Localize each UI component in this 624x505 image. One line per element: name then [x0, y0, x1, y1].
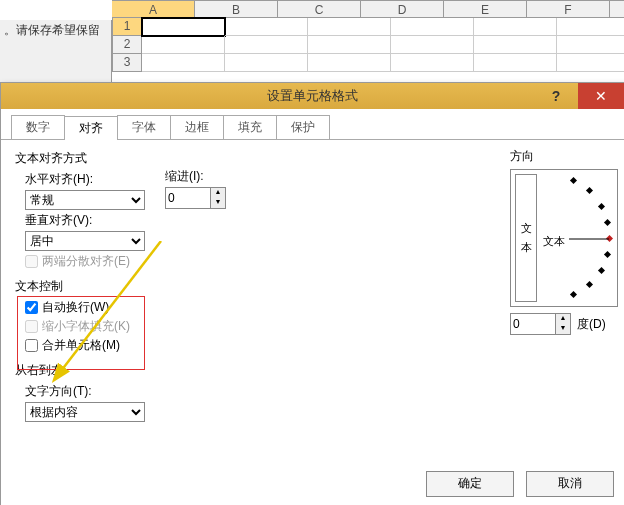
degree-down-icon[interactable]: ▼: [556, 324, 570, 334]
tab-alignment[interactable]: 对齐: [64, 116, 118, 140]
cell[interactable]: [391, 54, 474, 72]
indent-down-icon[interactable]: ▼: [211, 198, 225, 208]
row-header-3[interactable]: 3: [112, 54, 142, 72]
text-direction-label: 文字方向(T):: [25, 383, 610, 400]
orientation-dot[interactable]: [570, 177, 577, 184]
tab-border[interactable]: 边框: [170, 115, 224, 139]
indent-label: 缩进(I):: [165, 168, 226, 185]
horizontal-align-select[interactable]: 常规: [25, 190, 145, 210]
orientation-line-icon: [569, 238, 609, 240]
indent-input[interactable]: [166, 188, 210, 208]
rtl-legend: 从右到左: [15, 362, 610, 379]
col-header-G[interactable]: G: [610, 0, 624, 18]
shrink-to-fit-label: 缩小字体填充(K): [42, 318, 130, 335]
col-header-A[interactable]: A: [112, 0, 195, 18]
justify-distributed-label: 两端分散对齐(E): [42, 253, 130, 270]
cell[interactable]: [474, 18, 557, 36]
cell[interactable]: [474, 54, 557, 72]
col-header-B[interactable]: B: [195, 0, 278, 18]
row-header-2[interactable]: 2: [112, 36, 142, 54]
col-header-C[interactable]: C: [278, 0, 361, 18]
indent-spinner[interactable]: ▲▼: [165, 187, 226, 209]
orientation-dot[interactable]: [586, 187, 593, 194]
wrap-text-checkbox[interactable]: [25, 301, 38, 314]
degree-label: 度(D): [577, 316, 606, 333]
orientation-vtext-char: 本: [521, 240, 532, 255]
orientation-htext: 文本: [543, 234, 565, 249]
rtl-section: 从右到左 文字方向(T): 根据内容: [15, 362, 610, 424]
col-header-D[interactable]: D: [361, 0, 444, 18]
dialog-body: 文本对齐方式 水平对齐(H): 常规 缩进(I): ▲▼ 垂直对齐(V): 居中…: [1, 140, 624, 490]
orientation-dot[interactable]: [598, 203, 605, 210]
merge-cells-label: 合并单元格(M): [42, 337, 120, 354]
orientation-dot[interactable]: [604, 251, 611, 258]
orientation-box[interactable]: 文 本 文本: [510, 169, 618, 307]
orientation-dot[interactable]: [598, 267, 605, 274]
dialog-titlebar[interactable]: 设置单元格格式 ? ✕: [1, 83, 624, 109]
column-headers: A B C D E F G: [112, 0, 624, 18]
cell[interactable]: [225, 54, 308, 72]
vertical-align-select[interactable]: 居中: [25, 231, 145, 251]
orientation-dot[interactable]: [586, 281, 593, 288]
format-cells-dialog: 设置单元格格式 ? ✕ 数字 对齐 字体 边框 填充 保护 文本对齐方式 水平对…: [0, 82, 624, 505]
cell[interactable]: [225, 36, 308, 54]
orientation-dot[interactable]: [570, 291, 577, 298]
cell[interactable]: [308, 36, 391, 54]
col-header-E[interactable]: E: [444, 0, 527, 18]
dialog-title: 设置单元格格式: [267, 87, 358, 105]
dialog-tabs: 数字 对齐 字体 边框 填充 保护: [1, 109, 624, 140]
cell-A1[interactable]: [142, 18, 225, 36]
dialog-footer: 确定 取消: [426, 471, 614, 497]
tab-fill[interactable]: 填充: [223, 115, 277, 139]
merge-cells-checkbox[interactable]: [25, 339, 38, 352]
cell[interactable]: [391, 18, 474, 36]
row-headers: 1 2 3: [112, 18, 142, 72]
ok-button[interactable]: 确定: [426, 471, 514, 497]
close-button[interactable]: ✕: [578, 83, 624, 109]
cell[interactable]: [225, 18, 308, 36]
shrink-to-fit-checkbox: [25, 320, 38, 333]
indent-up-icon[interactable]: ▲: [211, 188, 225, 198]
cell[interactable]: [557, 36, 624, 54]
tab-protection[interactable]: 保护: [276, 115, 330, 139]
cell[interactable]: [557, 18, 624, 36]
orientation-dot[interactable]: [604, 219, 611, 226]
cell[interactable]: [308, 18, 391, 36]
orientation-legend: 方向: [510, 148, 620, 165]
degree-up-icon[interactable]: ▲: [556, 314, 570, 324]
cell[interactable]: [142, 36, 225, 54]
col-header-F[interactable]: F: [527, 0, 610, 18]
degree-input[interactable]: [511, 314, 555, 334]
cell[interactable]: [308, 54, 391, 72]
wrap-text-label: 自动换行(W): [42, 299, 109, 316]
cancel-button[interactable]: 取消: [526, 471, 614, 497]
cell-grid: [142, 18, 624, 72]
degree-spinner[interactable]: ▲▼: [510, 313, 571, 335]
orientation-arc[interactable]: 文本: [543, 176, 613, 300]
justify-distributed-checkbox: [25, 255, 38, 268]
tab-number[interactable]: 数字: [11, 115, 65, 139]
spreadsheet-bg: 。请保存希望保留 A B C D E F G 1 2 3: [0, 0, 624, 85]
help-button[interactable]: ?: [536, 83, 576, 109]
orientation-section: 方向 文 本 文本: [510, 148, 620, 335]
orientation-vertical-text[interactable]: 文 本: [515, 174, 537, 302]
cell[interactable]: [474, 36, 557, 54]
text-direction-select[interactable]: 根据内容: [25, 402, 145, 422]
tab-font[interactable]: 字体: [117, 115, 171, 139]
side-cell: 。请保存希望保留: [0, 20, 112, 82]
orientation-vtext-char: 文: [521, 221, 532, 236]
cell[interactable]: [142, 54, 225, 72]
cell[interactable]: [557, 54, 624, 72]
cell[interactable]: [391, 36, 474, 54]
row-header-1[interactable]: 1: [112, 18, 142, 36]
